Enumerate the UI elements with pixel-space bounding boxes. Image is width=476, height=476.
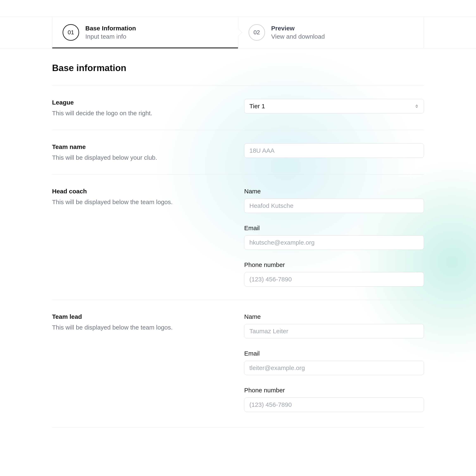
team-lead-phone-input[interactable] bbox=[244, 397, 424, 412]
chevron-up-down-icon bbox=[415, 104, 419, 108]
team-lead-email-group: Email bbox=[244, 350, 424, 375]
section-right: Tier 1 bbox=[244, 99, 424, 117]
step-number-badge: 01 bbox=[63, 24, 79, 41]
field-label-team-name: Team name bbox=[52, 143, 232, 150]
label-email: Email bbox=[244, 350, 424, 357]
league-selected-value: Tier 1 bbox=[249, 103, 265, 110]
section-head-coach: Head coach This will be displayed below … bbox=[52, 174, 424, 300]
team-name-input[interactable] bbox=[244, 143, 424, 158]
step-number: 01 bbox=[68, 29, 74, 36]
step-subtitle: View and download bbox=[271, 33, 325, 40]
step-preview[interactable]: 02 Preview View and download bbox=[238, 17, 424, 48]
head-coach-phone-group: Phone number bbox=[244, 261, 424, 287]
section-left: Team lead This will be displayed below t… bbox=[52, 313, 232, 412]
section-left: Team name This will be displayed below y… bbox=[52, 143, 232, 161]
label-phone: Phone number bbox=[244, 261, 424, 268]
field-desc-league: This will decide the logo on the right. bbox=[52, 110, 232, 117]
team-lead-name-input[interactable] bbox=[244, 324, 424, 339]
section-league: League This will decide the logo on the … bbox=[52, 85, 424, 130]
step-base-information[interactable]: 01 Base Information Input team info bbox=[52, 17, 238, 48]
league-select[interactable]: Tier 1 bbox=[244, 99, 424, 113]
head-coach-name-input[interactable] bbox=[244, 199, 424, 213]
head-coach-phone-input[interactable] bbox=[244, 272, 424, 287]
section-right: Name Email Phone number bbox=[244, 188, 424, 287]
head-coach-name-group: Name bbox=[244, 188, 424, 213]
form-container: Base information League This will decide… bbox=[52, 48, 424, 427]
page-title: Base information bbox=[52, 63, 424, 73]
step-title: Preview bbox=[271, 25, 325, 32]
section-team-lead: Team lead This will be displayed below t… bbox=[52, 300, 424, 425]
field-desc-team-lead: This will be displayed below the team lo… bbox=[52, 324, 232, 331]
team-name-wrap bbox=[244, 143, 424, 158]
league-select-wrap: Tier 1 bbox=[244, 99, 424, 113]
step-title: Base Information bbox=[85, 25, 136, 32]
team-lead-phone-group: Phone number bbox=[244, 387, 424, 412]
step-text: Preview View and download bbox=[271, 25, 325, 40]
field-desc-head-coach: This will be displayed below the team lo… bbox=[52, 199, 232, 205]
field-label-league: League bbox=[52, 99, 232, 106]
step-list: 01 Base Information Input team info 02 P… bbox=[52, 17, 424, 48]
step-subtitle: Input team info bbox=[85, 33, 136, 40]
section-left: Head coach This will be displayed below … bbox=[52, 188, 232, 287]
label-phone: Phone number bbox=[244, 387, 424, 394]
team-lead-email-input[interactable] bbox=[244, 361, 424, 375]
field-label-head-coach: Head coach bbox=[52, 188, 232, 195]
label-email: Email bbox=[244, 224, 424, 232]
label-name: Name bbox=[244, 188, 424, 195]
top-spacer bbox=[0, 0, 476, 17]
step-nav: 01 Base Information Input team info 02 P… bbox=[0, 17, 476, 48]
section-team-name: Team name This will be displayed below y… bbox=[52, 130, 424, 174]
field-label-team-lead: Team lead bbox=[52, 313, 232, 320]
step-number: 02 bbox=[254, 29, 260, 36]
head-coach-email-group: Email bbox=[244, 224, 424, 250]
step-text: Base Information Input team info bbox=[85, 25, 136, 40]
section-divider bbox=[52, 427, 424, 427]
section-right bbox=[244, 143, 424, 161]
field-desc-team-name: This will be displayed below your club. bbox=[52, 154, 232, 161]
section-right: Name Email Phone number bbox=[244, 313, 424, 412]
section-left: League This will decide the logo on the … bbox=[52, 99, 232, 117]
head-coach-email-input[interactable] bbox=[244, 235, 424, 250]
team-lead-name-group: Name bbox=[244, 313, 424, 339]
step-number-badge: 02 bbox=[249, 24, 265, 41]
label-name: Name bbox=[244, 313, 424, 320]
page: 01 Base Information Input team info 02 P… bbox=[0, 0, 476, 427]
